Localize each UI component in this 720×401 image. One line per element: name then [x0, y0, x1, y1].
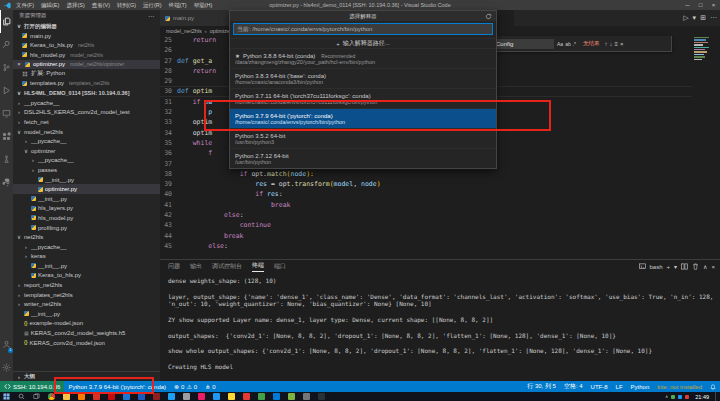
tree-item---pycache--[interactable]: ›__pycache__ [13, 242, 160, 252]
taskbar-app-app-red[interactable] [93, 393, 100, 400]
split-editor-button[interactable]: ⊞ [700, 14, 706, 22]
panel-tab-4[interactable]: 端口 [274, 262, 286, 272]
taskbar-app-app-red2[interactable] [243, 393, 250, 400]
menu-item-3[interactable]: 查看(V) [92, 2, 110, 9]
open-editor-item[interactable]: templates.pytemplates_net2hls [13, 79, 160, 89]
match-case-icon[interactable]: Aa [557, 41, 563, 47]
find-previous-icon[interactable]: ↑ [605, 41, 608, 47]
taskbar-app-twitter[interactable] [168, 393, 175, 400]
close-button[interactable]: × [707, 0, 720, 10]
extensions-icon[interactable] [0, 125, 13, 148]
picker-item-python-3.7.11[interactable]: Python 3.7.11 64-bit ('torch37cu111forks… [230, 88, 496, 108]
panel-tab-3[interactable]: 终端 [252, 261, 264, 272]
taskbar-app-app-green2[interactable] [288, 393, 295, 400]
taskbar-app-netease-music[interactable] [108, 393, 115, 400]
remote-indicator[interactable]: SSH: 10.194.0.36 [0, 381, 64, 392]
tab-main-py[interactable]: main.py [160, 10, 230, 26]
python-extension-icon[interactable] [0, 171, 13, 194]
tree-item---pycache--[interactable]: ›__pycache__ [13, 136, 160, 146]
kite-status[interactable]: kite: not installed [653, 381, 706, 392]
open-editor-item[interactable]: ×optimizer.pymodel_net2hls/optimizer [13, 60, 160, 70]
more-actions-icon[interactable]: ⋯ [148, 12, 154, 19]
taskbar-app-app-yellow[interactable] [228, 393, 235, 400]
test-icon[interactable] [0, 148, 13, 171]
find-input[interactable] [494, 39, 554, 49]
tree-item-hls-model-py[interactable]: hls_model.py [13, 213, 160, 223]
tree-item-fetch-net[interactable]: ›fetch_net [13, 117, 160, 127]
refresh-icon[interactable] [485, 13, 492, 20]
run-dropdown-icon[interactable]: ▾ [693, 14, 697, 22]
taskbar-app-app-black[interactable] [318, 393, 325, 400]
explorer-icon[interactable] [0, 10, 13, 33]
menu-item-5[interactable]: 运行(R) [143, 2, 162, 9]
tree-item-optimizer-py[interactable]: optimizer.py [13, 184, 160, 194]
outline-section[interactable]: › 大纲 [13, 371, 160, 381]
tree-item-keras-conv2d-model-json[interactable]: {}KERAS_conv2d_model.json [13, 338, 160, 348]
picker-item-enter-interpreter-path[interactable]: +输入解释器路径... [230, 38, 496, 48]
regex-icon[interactable]: .* [573, 41, 576, 47]
taskbar-app-app-pink[interactable] [198, 393, 205, 400]
tree-item---pycache--[interactable]: ›__pycache__ [13, 98, 160, 108]
tree-item-writer-net2hls[interactable]: ›writer_net2hls [13, 299, 160, 309]
workspace-header[interactable]: ∨ HLS4ML_DEMO_0114 [SSH: 10.194.0.36] [13, 88, 160, 98]
remote-explorer-icon[interactable] [0, 102, 13, 125]
forwarded-ports[interactable]: ⋔0 [201, 381, 219, 392]
tree-item-optimizer[interactable]: ∨optimizer [13, 146, 160, 156]
picker-input[interactable]: 当前: /home/cnasic/.conda/envs/pytorch/bin… [233, 23, 493, 35]
notifications-bell[interactable] [706, 381, 720, 392]
kill-terminal-icon[interactable] [692, 263, 699, 270]
run-debug-icon[interactable] [0, 79, 13, 102]
open-editor-item[interactable]: main.py [13, 31, 160, 41]
code-line[interactable]: 45 else: [160, 241, 692, 251]
maximize-button[interactable]: □ [694, 0, 707, 10]
tree-item---init---py[interactable]: __init__.py [13, 309, 160, 319]
menu-item-4[interactable]: 转到(G) [117, 2, 136, 9]
picker-item-python-3.7.9[interactable]: Python 3.7.9 64-bit ('pytorch': conda)/h… [230, 108, 496, 128]
tree-item-hls-layers-py[interactable]: hls_layers.py [13, 204, 160, 214]
windows-start-icon[interactable] [3, 393, 10, 400]
taskbar-app-vscode[interactable] [273, 393, 280, 400]
taskbar-app-folder[interactable] [63, 393, 70, 400]
taskbar-app-app-orange[interactable] [78, 393, 85, 400]
menu-item-6[interactable]: 终端(T) [169, 2, 187, 9]
taskbar-search-icon[interactable] [18, 393, 25, 400]
tree-item-keras[interactable]: ›keras [13, 252, 160, 262]
eol[interactable]: LF [612, 381, 627, 392]
menu-item-7[interactable]: 帮助(H) [194, 2, 213, 9]
accounts-icon[interactable]: 1 [0, 333, 13, 356]
source-control-icon[interactable] [0, 56, 13, 79]
code-line[interactable]: 44 break [160, 231, 692, 241]
taskbar-app-word[interactable] [138, 393, 145, 400]
find-close-icon[interactable]: × [620, 41, 624, 47]
minimize-button[interactable]: ─ [681, 0, 694, 10]
tree-item-profiling-py[interactable]: profiling.py [13, 223, 160, 233]
panel-tab-2[interactable]: 调试控制台 [212, 262, 242, 272]
encoding[interactable]: UTF-8 [587, 381, 612, 392]
run-button[interactable]: ▷ [683, 14, 688, 22]
python-interpreter[interactable]: Python 3.7.9 64-bit ('pytorch': conda) [64, 381, 170, 392]
close-panel-icon[interactable]: × [711, 264, 715, 270]
tree-item-passes[interactable]: ›passes [13, 165, 160, 175]
tree-item---init---py[interactable]: __init__.py [13, 175, 160, 185]
show-desktop-button[interactable] [715, 392, 717, 401]
maximize-panel-icon[interactable]: ∧ [703, 263, 707, 270]
whole-word-icon[interactable]: ab [565, 41, 571, 47]
tree-item-example-model-json[interactable]: {}example-model.json [13, 319, 160, 329]
tree-item-keras-to-hls-py[interactable]: Keras_to_hls.py [13, 271, 160, 281]
picker-item-python-3.8.3[interactable]: Python 3.8.3 64-bit ('base': conda)/home… [230, 68, 496, 88]
open-editor-item[interactable]: hls_model.pymodel_net2hls [13, 50, 160, 60]
picker-item-python-3.5.2[interactable]: Python 3.5.2 64-bit/usr/bin/python3 [230, 128, 496, 148]
code-line[interactable]: 38 if opt.match(node): [160, 169, 692, 179]
new-terminal-icon[interactable]: + [667, 264, 671, 270]
terminal-output[interactable]: dense weights_shape: (128, 10)layer, out… [160, 273, 720, 371]
taskbar-app-app-lightblue[interactable] [213, 393, 220, 400]
tree-item---init---py[interactable]: __init__.py [13, 261, 160, 271]
search-icon[interactable] [0, 33, 13, 56]
tree-item-net2hls[interactable]: ∨net2hls [13, 232, 160, 242]
breadcrumb-segment[interactable]: model_net2hls [166, 28, 202, 34]
picker-item-python-2.7.12[interactable]: Python 2.7.12 64-bit/usr/bin/python [230, 148, 496, 168]
open-editor-item[interactable]: 扩展: Python [13, 69, 160, 79]
taskbar-app-app-green[interactable] [258, 393, 265, 400]
menu-item-1[interactable]: 编辑(E) [41, 2, 59, 9]
code-line[interactable]: 42 else: [160, 210, 692, 220]
